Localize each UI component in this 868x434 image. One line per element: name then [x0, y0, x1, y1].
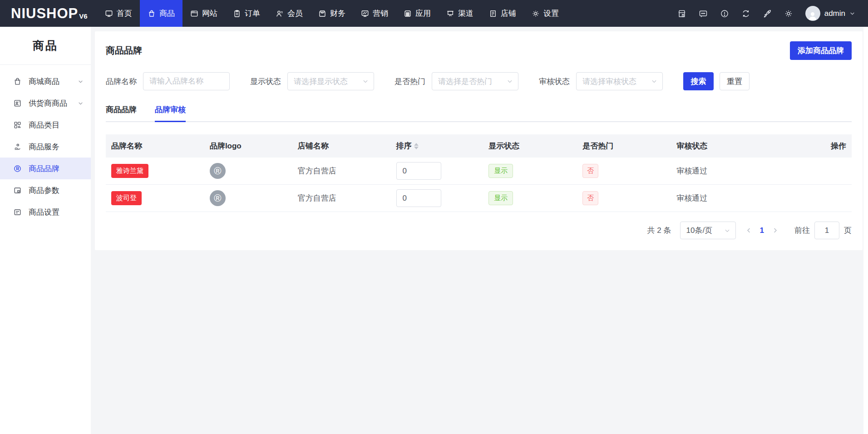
- top-nav-items: 首页 商品 网站 订单 会员 财务 营销 应用: [97, 0, 567, 27]
- is-hot-badge: 否: [582, 191, 598, 205]
- nav-item-orders[interactable]: 订单: [225, 0, 268, 27]
- audit-status-text: 审核通过: [676, 167, 707, 175]
- display-status-select[interactable]: 请选择显示状态: [287, 72, 374, 90]
- sidebar-item-goods-settings[interactable]: 商品设置: [0, 201, 91, 223]
- nav-item-label: 首页: [117, 8, 132, 19]
- nav-item-label: 营销: [373, 8, 388, 19]
- params-icon: [13, 186, 22, 195]
- goto-page-input[interactable]: [814, 222, 839, 239]
- finance-icon: [318, 10, 326, 18]
- goods-settings-icon: [13, 208, 22, 217]
- sidebar-item-supplier-goods[interactable]: 供货商商品: [0, 92, 91, 114]
- col-display-status: 显示状态: [483, 134, 577, 158]
- col-audit-status: 审核状态: [671, 134, 790, 158]
- nav-item-home[interactable]: 首页: [97, 0, 140, 27]
- select-placeholder: 请选择是否热门: [438, 76, 492, 87]
- col-is-hot: 是否热门: [577, 134, 671, 158]
- sort-desc-icon[interactable]: [414, 147, 419, 149]
- content-card: 商品品牌 添加商品品牌 品牌名称 显示状态 请选择显示状态 是否热门: [95, 31, 863, 250]
- sort-asc-icon[interactable]: [414, 143, 419, 146]
- nav-item-label: 订单: [245, 8, 260, 19]
- settings-icon: [532, 10, 540, 18]
- audit-status-select[interactable]: 请选择审核状态: [576, 72, 663, 90]
- sidebar: 商品 商城商品 供货商商品 商品类目 商品服务: [0, 27, 91, 434]
- brand-table: 品牌名称 品牌logo 店铺名称 排序: [106, 134, 852, 212]
- col-sort-label: 排序: [396, 141, 412, 151]
- reset-button[interactable]: 重置: [720, 72, 750, 90]
- brand-name-input[interactable]: [143, 72, 230, 90]
- chevron-down-icon: [507, 78, 513, 84]
- nav-item-channel[interactable]: 渠道: [439, 0, 481, 27]
- top-navbar: NIUSHOP V6 首页 商品 网站 订单 会员 财务 营销: [0, 0, 868, 27]
- scrollbar-track[interactable]: [863, 27, 868, 434]
- members-icon: [276, 10, 284, 18]
- prev-page-icon[interactable]: [745, 227, 752, 234]
- sidebar-item-category[interactable]: 商品类目: [0, 114, 91, 136]
- storefront-icon[interactable]: [677, 9, 686, 18]
- chevron-down-icon: [849, 10, 855, 16]
- filter-label: 审核状态: [539, 76, 570, 87]
- filter-label: 品牌名称: [106, 76, 137, 87]
- is-hot-select[interactable]: 请选择是否热门: [432, 72, 518, 90]
- sidebar-menu: 商城商品 供货商商品 商品类目 商品服务 商品品牌: [0, 65, 91, 223]
- page-size-value: 10条/页: [686, 225, 713, 236]
- filter-brand-name: 品牌名称: [106, 72, 230, 90]
- nav-item-finance[interactable]: 财务: [311, 0, 353, 27]
- search-button[interactable]: 搜索: [683, 72, 714, 90]
- nav-item-label: 商品: [159, 8, 175, 19]
- sidebar-item-label: 商品设置: [29, 207, 59, 217]
- nav-item-apps[interactable]: 应用: [396, 0, 439, 27]
- brand-name-badge[interactable]: 波司登: [111, 191, 142, 205]
- page-size-select[interactable]: 10条/页: [680, 222, 736, 239]
- sidebar-item-service[interactable]: 商品服务: [0, 136, 91, 158]
- next-page-icon[interactable]: [772, 227, 779, 234]
- sidebar-item-brand[interactable]: 商品品牌: [0, 158, 91, 179]
- audit-status-text: 审核通过: [676, 194, 707, 202]
- nav-item-settings[interactable]: 设置: [524, 0, 567, 27]
- nav-item-marketing[interactable]: 营销: [353, 0, 396, 27]
- nav-item-website[interactable]: 网站: [182, 0, 225, 27]
- nav-item-label: 应用: [415, 8, 431, 19]
- chevron-down-icon: [724, 227, 730, 234]
- sidebar-item-label: 商品品牌: [29, 163, 59, 174]
- sidebar-item-mall-goods[interactable]: 商城商品: [0, 70, 91, 92]
- add-brand-button[interactable]: 添加商品品牌: [790, 41, 852, 60]
- brand-logo: ®: [210, 163, 226, 179]
- col-actions: 操作: [790, 134, 852, 158]
- sort-input[interactable]: [396, 162, 441, 180]
- nav-item-store[interactable]: 店铺: [481, 0, 524, 27]
- goods-icon: [148, 10, 156, 18]
- username: admin: [824, 9, 845, 18]
- filter-bar: 品牌名称 显示状态 请选择显示状态 是否热门 请选择是否热门: [106, 72, 852, 90]
- sidebar-item-label: 商品服务: [29, 142, 59, 152]
- sort-input[interactable]: [396, 189, 441, 207]
- filter-label: 是否热门: [395, 76, 425, 87]
- main-content: 商品品牌 添加商品品牌 品牌名称 显示状态 请选择显示状态 是否热门: [91, 27, 868, 434]
- app-logo[interactable]: NIUSHOP V6: [0, 0, 97, 27]
- nav-item-label: 会员: [287, 8, 303, 19]
- nav-item-goods[interactable]: 商品: [140, 0, 182, 27]
- page-number-current[interactable]: 1: [760, 226, 764, 235]
- refresh-icon[interactable]: [741, 9, 750, 18]
- channel-icon: [446, 10, 454, 18]
- filter-label: 显示状态: [250, 76, 281, 87]
- sidebar-item-params[interactable]: 商品参数: [0, 179, 91, 201]
- chevron-down-icon: [651, 78, 657, 84]
- tabs: 商品品牌 品牌审核: [106, 104, 852, 122]
- tab-brand-audit[interactable]: 品牌审核: [155, 104, 186, 122]
- col-sort: 排序: [391, 134, 483, 158]
- nav-item-members[interactable]: 会员: [268, 0, 311, 27]
- brand-logo: ®: [210, 190, 226, 206]
- logo-version: V6: [79, 12, 87, 20]
- user-menu[interactable]: admin: [805, 6, 855, 21]
- brand-name-badge[interactable]: 雅诗兰黛: [111, 164, 148, 178]
- person-icon: [807, 10, 818, 21]
- sort-carets[interactable]: [414, 143, 419, 149]
- rocket-icon[interactable]: [763, 9, 772, 18]
- gear-icon[interactable]: [784, 9, 793, 18]
- warning-circle-icon[interactable]: [720, 9, 729, 18]
- logo-text: NIUSHOP: [11, 5, 78, 22]
- tab-brand-list[interactable]: 商品品牌: [106, 104, 137, 121]
- goto-page-suffix: 页: [844, 225, 852, 236]
- message-icon[interactable]: [699, 9, 708, 18]
